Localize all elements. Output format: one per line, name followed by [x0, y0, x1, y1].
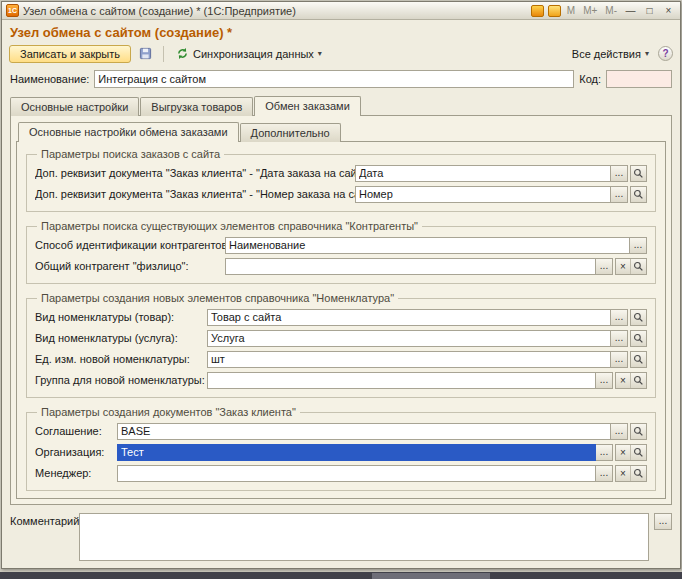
- save-and-close-button[interactable]: Записать и закрыть: [9, 45, 131, 63]
- sync-arrows-icon: [176, 47, 189, 60]
- field-wrap: ... ×: [117, 465, 647, 482]
- field-wrap: ... ×: [117, 444, 647, 461]
- new-nomenclature-group-input[interactable]: [207, 372, 596, 389]
- order-exchange-panel: Основные настройки обмена заказами Допол…: [10, 115, 672, 505]
- choose-button[interactable]: ...: [611, 165, 628, 182]
- magnifier-icon: [633, 189, 644, 200]
- form-row: Вид номенклатуры (товар): ...: [35, 308, 647, 326]
- order-exchange-settings-panel: Параметры поиска заказов с сайта Доп. ре…: [16, 141, 666, 499]
- choose-button[interactable]: ...: [630, 237, 647, 254]
- name-code-row: Наименование: Код:: [2, 67, 680, 92]
- tab-goods-upload[interactable]: Выгрузка товаров: [140, 97, 253, 116]
- clear-button[interactable]: ×: [616, 373, 631, 388]
- maximize-button[interactable]: □: [642, 4, 657, 17]
- open-button[interactable]: [631, 166, 646, 181]
- field-label: Доп. реквизит документа "Заказ клиента" …: [35, 167, 355, 179]
- order-date-attr-input[interactable]: [355, 165, 611, 182]
- common-counterparty-input[interactable]: [225, 258, 596, 275]
- help-button[interactable]: ?: [658, 46, 673, 61]
- choose-button[interactable]: ...: [596, 465, 613, 482]
- choose-button[interactable]: ...: [611, 351, 628, 368]
- open-button[interactable]: [631, 352, 646, 367]
- group-title: Параметры создания новых элементов справ…: [37, 292, 398, 304]
- tab-main-settings[interactable]: Основные настройки: [10, 97, 139, 116]
- field-label: Ед. изм. новой номенклатуры:: [35, 353, 207, 365]
- form-row: Ед. изм. новой номенклатуры: ...: [35, 350, 647, 368]
- open-button[interactable]: [631, 424, 646, 439]
- code-label: Код:: [579, 73, 601, 85]
- counterparty-identification-input[interactable]: [225, 237, 630, 254]
- choose-button[interactable]: ...: [596, 258, 613, 275]
- memory-m-minus-button[interactable]: М-: [603, 5, 619, 16]
- comment-input[interactable]: [79, 513, 649, 561]
- group-title: Параметры поиска заказов с сайта: [37, 148, 224, 160]
- open-button[interactable]: [631, 466, 646, 481]
- field-wrap: ...: [355, 186, 647, 203]
- clear-button[interactable]: ×: [616, 445, 631, 460]
- open-button[interactable]: [631, 259, 646, 274]
- open-button[interactable]: [631, 310, 646, 325]
- agreement-input[interactable]: [117, 423, 611, 440]
- open-button[interactable]: [631, 445, 646, 460]
- desktop: 1С Узел обмена с сайтом (создание) * (1С…: [0, 0, 682, 579]
- clear-button[interactable]: ×: [616, 259, 631, 274]
- form-row: Группа для новой номенклатуры: ... ×: [35, 371, 647, 389]
- form-row: Вид номенклатуры (услуга): ...: [35, 329, 647, 347]
- group-counterparty-search-params: Параметры поиска существующих элементов …: [26, 220, 656, 284]
- choose-button[interactable]: ...: [596, 444, 613, 461]
- name-label: Наименование:: [10, 73, 89, 85]
- choose-button[interactable]: ...: [596, 372, 613, 389]
- manager-input[interactable]: [117, 465, 596, 482]
- form-row: Способ идентификации контрагентов: ...: [35, 236, 647, 254]
- field-label: Менеджер:: [35, 467, 117, 479]
- choose-button[interactable]: ...: [611, 309, 628, 326]
- comment-expand-button[interactable]: ...: [654, 513, 672, 530]
- titlebar-service-icon-2[interactable]: [548, 5, 561, 17]
- form-row: Менеджер: ... ×: [35, 464, 647, 482]
- group-title: Параметры поиска существующих элементов …: [37, 220, 422, 232]
- subtab-main-order-exchange-settings[interactable]: Основные настройки обмена заказами: [18, 122, 239, 142]
- main-tab-strip: Основные настройки Выгрузка товаров Обме…: [2, 92, 680, 115]
- field-label: Соглашение:: [35, 425, 117, 437]
- minimize-button[interactable]: —: [623, 4, 638, 17]
- titlebar-service-icon-1[interactable]: [531, 5, 544, 17]
- titlebar: 1С Узел обмена с сайтом (создание) * (1С…: [2, 2, 680, 20]
- taskbar: [0, 572, 682, 579]
- toolbar-separator: [163, 46, 164, 62]
- memory-m-button[interactable]: М: [565, 5, 577, 16]
- new-nomenclature-unit-input[interactable]: [207, 351, 611, 368]
- nomenclature-kind-goods-input[interactable]: [207, 309, 611, 326]
- open-button[interactable]: [631, 187, 646, 202]
- tab-order-exchange[interactable]: Обмен заказами: [254, 96, 361, 116]
- window-title: Узел обмена с сайтом (создание) * (1С:Пр…: [23, 5, 527, 17]
- group-title: Параметры создания документов "Заказ кли…: [37, 406, 300, 418]
- subtab-additional[interactable]: Дополнительно: [240, 123, 341, 142]
- code-input[interactable]: [606, 70, 672, 88]
- taskbar-button-fragment[interactable]: [372, 573, 490, 579]
- field-buttons: [630, 165, 647, 182]
- order-number-attr-input[interactable]: [355, 186, 611, 203]
- save-button[interactable]: [135, 44, 156, 63]
- choose-button[interactable]: ...: [611, 330, 628, 347]
- field-buttons: [630, 423, 647, 440]
- open-button[interactable]: [631, 373, 646, 388]
- all-actions-button[interactable]: Все действия ▾: [567, 45, 654, 63]
- magnifier-icon: [633, 312, 644, 323]
- memory-m-plus-button[interactable]: М+: [581, 5, 599, 16]
- field-wrap: ...: [207, 309, 647, 326]
- form-row: Доп. реквизит документа "Заказ клиента" …: [35, 164, 647, 182]
- open-button[interactable]: [631, 331, 646, 346]
- clear-button[interactable]: ×: [616, 466, 631, 481]
- data-sync-button[interactable]: Синхронизация данных ▾: [171, 44, 327, 63]
- command-bar: Записать и закрыть: [2, 42, 680, 67]
- choose-button[interactable]: ...: [611, 423, 628, 440]
- nomenclature-kind-service-input[interactable]: [207, 330, 611, 347]
- close-button[interactable]: ×: [661, 4, 676, 17]
- name-input[interactable]: [94, 70, 574, 88]
- choose-button[interactable]: ...: [611, 186, 628, 203]
- field-buttons: ×: [615, 444, 647, 461]
- magnifier-icon: [633, 333, 644, 344]
- organization-input[interactable]: [117, 444, 596, 461]
- comment-label: Комментарий:: [10, 513, 74, 527]
- form-row: Организация: ... ×: [35, 443, 647, 461]
